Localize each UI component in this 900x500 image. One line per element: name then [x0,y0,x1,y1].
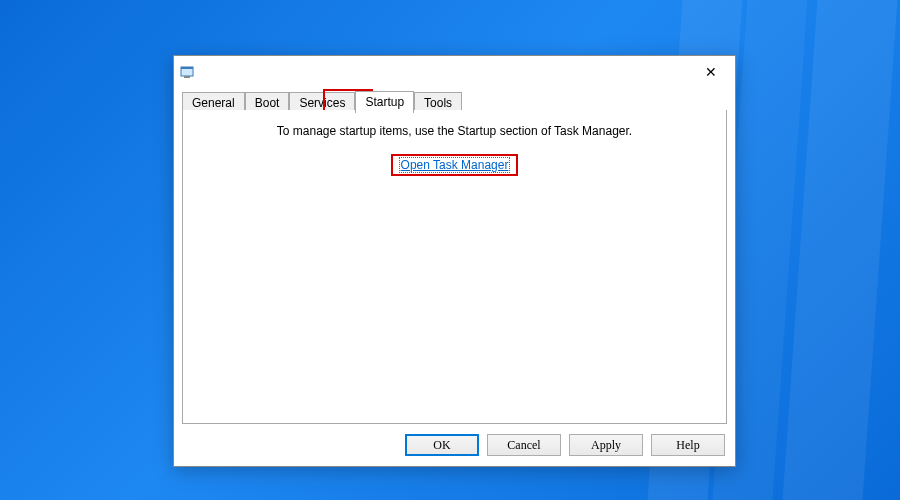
app-icon [180,64,196,80]
apply-button[interactable]: Apply [569,434,643,456]
svg-rect-2 [184,76,190,78]
cancel-button[interactable]: Cancel [487,434,561,456]
ok-button[interactable]: OK [405,434,479,456]
open-task-manager-link[interactable]: Open Task Manager [399,157,511,173]
startup-tab-panel: To manage startup items, use the Startup… [182,110,727,424]
help-button[interactable]: Help [651,434,725,456]
msconfig-window: ✕ General Boot Services Startup Tools To… [173,55,736,467]
tab-startup[interactable]: Startup [355,91,414,113]
close-button[interactable]: ✕ [689,59,733,85]
title-bar: ✕ [174,56,735,86]
desktop-background: ✕ General Boot Services Startup Tools To… [0,0,900,500]
close-icon: ✕ [705,65,717,79]
instruction-text: To manage startup items, use the Startup… [183,124,726,138]
svg-rect-1 [181,67,193,69]
highlight-link: Open Task Manager [391,154,519,176]
dialog-button-row: OK Cancel Apply Help [405,434,725,456]
